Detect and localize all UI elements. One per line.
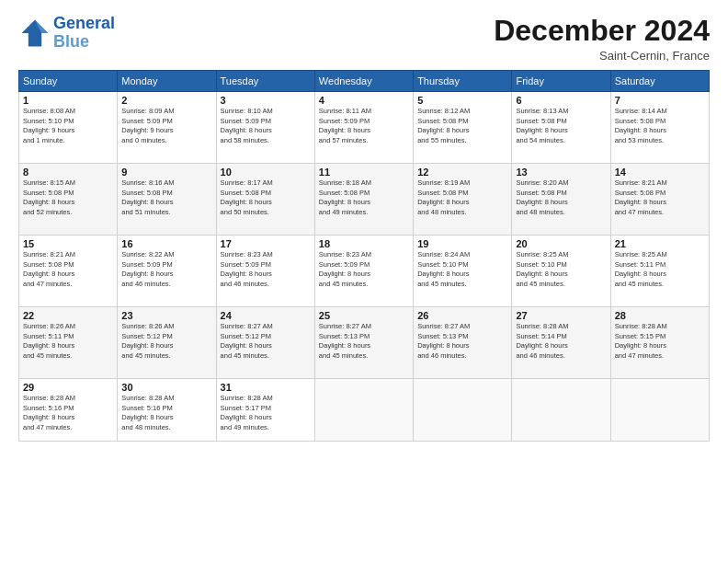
day-info: Sunrise: 8:26 AM Sunset: 5:12 PM Dayligh… bbox=[121, 322, 211, 361]
calendar-week-row-4: 22Sunrise: 8:26 AM Sunset: 5:11 PM Dayli… bbox=[19, 307, 710, 379]
header: General Blue December 2024 Saint-Cernin,… bbox=[18, 15, 710, 63]
day-info: Sunrise: 8:23 AM Sunset: 5:09 PM Dayligh… bbox=[221, 250, 311, 289]
day-info: Sunrise: 8:12 AM Sunset: 5:08 PM Dayligh… bbox=[417, 107, 507, 145]
calendar-week-row-5: 29Sunrise: 8:28 AM Sunset: 5:16 PM Dayli… bbox=[19, 379, 710, 442]
day-number: 3 bbox=[221, 95, 311, 106]
day-number: 31 bbox=[221, 382, 311, 393]
day-number: 30 bbox=[121, 382, 211, 393]
day-number: 27 bbox=[516, 310, 606, 321]
calendar-week-row-3: 15Sunrise: 8:21 AM Sunset: 5:08 PM Dayli… bbox=[19, 236, 710, 307]
day-number: 10 bbox=[221, 167, 311, 178]
calendar-cell: 17Sunrise: 8:23 AM Sunset: 5:09 PM Dayli… bbox=[216, 236, 314, 307]
weekday-header-tuesday: Tuesday bbox=[216, 71, 314, 92]
day-number: 29 bbox=[23, 382, 113, 393]
weekday-header-wednesday: Wednesday bbox=[314, 71, 413, 92]
calendar-cell: 15Sunrise: 8:21 AM Sunset: 5:08 PM Dayli… bbox=[19, 236, 118, 307]
day-number: 22 bbox=[23, 310, 113, 321]
day-number: 6 bbox=[516, 95, 606, 106]
day-number: 9 bbox=[121, 167, 211, 178]
day-info: Sunrise: 8:09 AM Sunset: 5:09 PM Dayligh… bbox=[121, 107, 211, 145]
day-number: 11 bbox=[319, 167, 409, 178]
day-number: 8 bbox=[23, 167, 113, 178]
day-number: 4 bbox=[319, 95, 409, 106]
calendar-cell: 27Sunrise: 8:28 AM Sunset: 5:14 PM Dayli… bbox=[512, 307, 610, 379]
day-number: 16 bbox=[121, 238, 211, 249]
calendar-cell: 21Sunrise: 8:25 AM Sunset: 5:11 PM Dayli… bbox=[610, 236, 709, 307]
calendar-cell: 19Sunrise: 8:24 AM Sunset: 5:10 PM Dayli… bbox=[414, 236, 512, 307]
weekday-header-friday: Friday bbox=[512, 71, 610, 92]
day-number: 26 bbox=[417, 310, 507, 321]
calendar-cell: 18Sunrise: 8:23 AM Sunset: 5:09 PM Dayli… bbox=[314, 236, 413, 307]
day-info: Sunrise: 8:14 AM Sunset: 5:08 PM Dayligh… bbox=[615, 107, 705, 145]
day-info: Sunrise: 8:26 AM Sunset: 5:11 PM Dayligh… bbox=[23, 322, 113, 361]
calendar-cell bbox=[314, 379, 413, 442]
calendar-cell bbox=[414, 379, 512, 442]
title-block: December 2024 Saint-Cernin, France bbox=[494, 15, 710, 63]
day-number: 18 bbox=[319, 238, 409, 249]
day-number: 2 bbox=[121, 95, 211, 106]
calendar-cell: 30Sunrise: 8:28 AM Sunset: 5:16 PM Dayli… bbox=[118, 379, 216, 442]
calendar-cell: 23Sunrise: 8:26 AM Sunset: 5:12 PM Dayli… bbox=[118, 307, 216, 379]
weekday-header-thursday: Thursday bbox=[414, 71, 512, 92]
day-number: 19 bbox=[417, 238, 507, 249]
calendar-cell: 7Sunrise: 8:14 AM Sunset: 5:08 PM Daylig… bbox=[610, 92, 709, 164]
day-info: Sunrise: 8:15 AM Sunset: 5:08 PM Dayligh… bbox=[23, 178, 113, 217]
day-number: 1 bbox=[23, 95, 113, 106]
day-number: 20 bbox=[516, 238, 606, 249]
calendar-cell: 25Sunrise: 8:27 AM Sunset: 5:13 PM Dayli… bbox=[314, 307, 413, 379]
day-info: Sunrise: 8:25 AM Sunset: 5:10 PM Dayligh… bbox=[516, 250, 606, 289]
day-info: Sunrise: 8:25 AM Sunset: 5:11 PM Dayligh… bbox=[615, 250, 705, 289]
location-subtitle: Saint-Cernin, France bbox=[494, 49, 710, 63]
calendar-cell: 8Sunrise: 8:15 AM Sunset: 5:08 PM Daylig… bbox=[19, 164, 118, 236]
calendar-cell: 24Sunrise: 8:27 AM Sunset: 5:12 PM Dayli… bbox=[216, 307, 314, 379]
day-number: 17 bbox=[221, 238, 311, 249]
calendar-cell: 1Sunrise: 8:08 AM Sunset: 5:10 PM Daylig… bbox=[19, 92, 118, 164]
weekday-header-sunday: Sunday bbox=[19, 71, 118, 92]
day-info: Sunrise: 8:17 AM Sunset: 5:08 PM Dayligh… bbox=[221, 178, 311, 217]
day-number: 15 bbox=[23, 238, 113, 249]
calendar-cell: 11Sunrise: 8:18 AM Sunset: 5:08 PM Dayli… bbox=[314, 164, 413, 236]
day-info: Sunrise: 8:22 AM Sunset: 5:09 PM Dayligh… bbox=[121, 250, 211, 289]
day-info: Sunrise: 8:10 AM Sunset: 5:09 PM Dayligh… bbox=[221, 107, 311, 145]
day-info: Sunrise: 8:28 AM Sunset: 5:17 PM Dayligh… bbox=[221, 394, 311, 432]
calendar-week-row-2: 8Sunrise: 8:15 AM Sunset: 5:08 PM Daylig… bbox=[19, 164, 710, 236]
calendar-cell: 5Sunrise: 8:12 AM Sunset: 5:08 PM Daylig… bbox=[414, 92, 512, 164]
day-info: Sunrise: 8:24 AM Sunset: 5:10 PM Dayligh… bbox=[417, 250, 507, 289]
logo-icon bbox=[18, 17, 51, 50]
day-info: Sunrise: 8:23 AM Sunset: 5:09 PM Dayligh… bbox=[319, 250, 409, 289]
day-info: Sunrise: 8:11 AM Sunset: 5:09 PM Dayligh… bbox=[319, 107, 409, 145]
day-number: 14 bbox=[615, 167, 705, 178]
calendar-cell bbox=[512, 379, 610, 442]
day-number: 13 bbox=[516, 167, 606, 178]
calendar-cell: 12Sunrise: 8:19 AM Sunset: 5:08 PM Dayli… bbox=[414, 164, 512, 236]
calendar-cell: 10Sunrise: 8:17 AM Sunset: 5:08 PM Dayli… bbox=[216, 164, 314, 236]
calendar-cell: 3Sunrise: 8:10 AM Sunset: 5:09 PM Daylig… bbox=[216, 92, 314, 164]
calendar-cell: 6Sunrise: 8:13 AM Sunset: 5:08 PM Daylig… bbox=[512, 92, 610, 164]
calendar-cell: 13Sunrise: 8:20 AM Sunset: 5:08 PM Dayli… bbox=[512, 164, 610, 236]
calendar-cell: 16Sunrise: 8:22 AM Sunset: 5:09 PM Dayli… bbox=[118, 236, 216, 307]
calendar-cell: 20Sunrise: 8:25 AM Sunset: 5:10 PM Dayli… bbox=[512, 236, 610, 307]
day-info: Sunrise: 8:08 AM Sunset: 5:10 PM Dayligh… bbox=[23, 107, 113, 145]
calendar-cell: 28Sunrise: 8:28 AM Sunset: 5:15 PM Dayli… bbox=[610, 307, 709, 379]
day-info: Sunrise: 8:16 AM Sunset: 5:08 PM Dayligh… bbox=[121, 178, 211, 217]
day-info: Sunrise: 8:13 AM Sunset: 5:08 PM Dayligh… bbox=[516, 107, 606, 145]
day-info: Sunrise: 8:19 AM Sunset: 5:08 PM Dayligh… bbox=[417, 178, 507, 217]
calendar-week-row-1: 1Sunrise: 8:08 AM Sunset: 5:10 PM Daylig… bbox=[19, 92, 710, 164]
day-info: Sunrise: 8:27 AM Sunset: 5:13 PM Dayligh… bbox=[319, 322, 409, 361]
day-info: Sunrise: 8:18 AM Sunset: 5:08 PM Dayligh… bbox=[319, 178, 409, 217]
calendar-cell: 14Sunrise: 8:21 AM Sunset: 5:08 PM Dayli… bbox=[610, 164, 709, 236]
day-info: Sunrise: 8:21 AM Sunset: 5:08 PM Dayligh… bbox=[615, 178, 705, 217]
calendar-cell: 26Sunrise: 8:27 AM Sunset: 5:13 PM Dayli… bbox=[414, 307, 512, 379]
day-info: Sunrise: 8:28 AM Sunset: 5:15 PM Dayligh… bbox=[615, 322, 705, 361]
calendar-cell: 22Sunrise: 8:26 AM Sunset: 5:11 PM Dayli… bbox=[19, 307, 118, 379]
day-info: Sunrise: 8:20 AM Sunset: 5:08 PM Dayligh… bbox=[516, 178, 606, 217]
day-info: Sunrise: 8:27 AM Sunset: 5:13 PM Dayligh… bbox=[417, 322, 507, 361]
day-number: 21 bbox=[615, 238, 705, 249]
day-number: 7 bbox=[615, 95, 705, 106]
day-info: Sunrise: 8:21 AM Sunset: 5:08 PM Dayligh… bbox=[23, 250, 113, 289]
weekday-header-monday: Monday bbox=[118, 71, 216, 92]
weekday-header-saturday: Saturday bbox=[610, 71, 709, 92]
calendar-cell: 2Sunrise: 8:09 AM Sunset: 5:09 PM Daylig… bbox=[118, 92, 216, 164]
day-info: Sunrise: 8:28 AM Sunset: 5:16 PM Dayligh… bbox=[121, 394, 211, 432]
logo-text: General Blue bbox=[53, 15, 115, 52]
